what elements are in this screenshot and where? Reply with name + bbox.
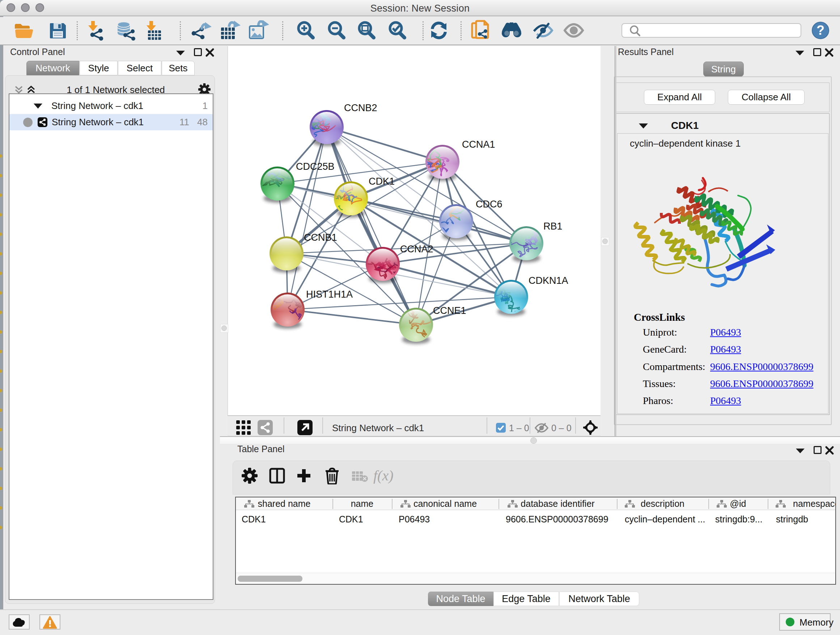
svg-text:CCNE1: CCNE1	[433, 305, 466, 316]
svg-text:RB1: RB1	[543, 221, 562, 232]
svg-text:CCNA2: CCNA2	[400, 244, 433, 255]
svg-text:CDKN1A: CDKN1A	[529, 275, 568, 286]
svg-text:CDK1: CDK1	[369, 176, 395, 187]
svg-text:HIST1H1A: HIST1H1A	[306, 289, 353, 300]
svg-text:CCNA1: CCNA1	[462, 139, 495, 150]
svg-text:CCNB2: CCNB2	[344, 103, 377, 113]
svg-text:CDC6: CDC6	[476, 199, 502, 210]
svg-text:CCNB1: CCNB1	[304, 232, 337, 243]
svg-text:CDC25B: CDC25B	[296, 161, 335, 172]
